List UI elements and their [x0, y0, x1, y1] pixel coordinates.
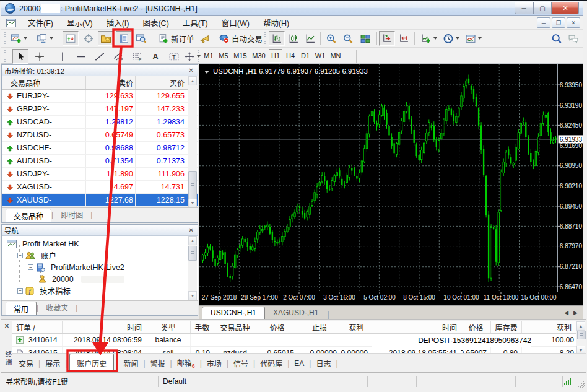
terminal-tab-2[interactable]: 账户历史 [69, 354, 114, 373]
tree-node[interactable]: 20000 [2, 273, 198, 285]
market-watch-row[interactable]: AUDUSD- 0.71354 0.71373 [2, 155, 198, 168]
tree-expander-icon[interactable]: − [17, 288, 23, 294]
indicators-button[interactable] [417, 31, 440, 46]
tab-1[interactable]: 收藏夹 [38, 301, 76, 314]
minimize-button[interactable]: ─ [515, 2, 533, 14]
zoom-out-button[interactable] [340, 31, 356, 46]
tree-expander-icon[interactable]: − [28, 264, 33, 270]
timeframe-mn[interactable]: MN [328, 49, 343, 63]
menu-item-0[interactable]: 文件(F) [21, 15, 60, 30]
market-watch-row[interactable]: XAGUSD- 14.697 14.731 [2, 181, 198, 194]
chart-tab-1[interactable]: XAGUSD-,H1 [265, 307, 326, 319]
terminal-tab-8[interactable]: 代码库 [256, 356, 286, 370]
navigator-button[interactable] [98, 31, 114, 46]
periods-button[interactable] [440, 31, 463, 46]
profiles-button[interactable] [33, 31, 56, 46]
timeframe-h4[interactable]: H4 [284, 49, 297, 63]
strategy-tester-button[interactable] [133, 31, 149, 46]
terminal-tab-0[interactable]: 交易 [15, 356, 37, 370]
scroll-right-icon[interactable]: ▶ [573, 310, 578, 316]
text-button[interactable]: A [147, 49, 163, 64]
chart-window[interactable]: 6.939506.931906.924506.916906.909506.902… [199, 64, 583, 319]
market-watch-row[interactable]: USDJPY- 111.890 111.906 [2, 168, 198, 181]
cursor-button[interactable] [12, 49, 28, 64]
timeframe-d1[interactable]: D1 [298, 49, 312, 63]
menu-item-1[interactable]: 显示(V) [60, 15, 100, 30]
terminal-column-header[interactable]: 手数 [190, 321, 214, 333]
chart-shift-button[interactable] [379, 31, 395, 46]
terminal-column-header[interactable]: 交易品种 [214, 321, 256, 333]
market-watch-row[interactable]: EURJPY- 129.633 129.655 [2, 90, 198, 103]
vline-button[interactable] [54, 49, 71, 64]
chart-line-button[interactable] [302, 31, 318, 46]
close-icon[interactable]: ✕ [189, 67, 195, 74]
terminal-tab-3[interactable]: 新闻 [120, 356, 142, 370]
market-watch-row[interactable]: GBPJPY- 147.197 147.233 [2, 103, 198, 116]
templates-button[interactable] [462, 31, 485, 46]
market-watch-header[interactable]: 市场报价: 01:39:12✕ [2, 65, 198, 76]
tree-node[interactable]: Profit Market HK [2, 238, 198, 250]
child-minimize-button[interactable]: ─ [537, 17, 550, 28]
title-bar[interactable]: 20000: ProfitMarketHK-Live2 - [USDCNH-,H… [1, 1, 583, 16]
new-chart-button[interactable] [7, 31, 30, 46]
channel-button[interactable]: E [110, 49, 126, 64]
terminal-scrollbar[interactable]: ▲ ▼ [576, 321, 586, 355]
terminal-column-header[interactable]: 订单 / [12, 321, 62, 333]
close-icon[interactable]: ✕ [189, 227, 195, 233]
chart-candles-button[interactable] [285, 31, 302, 46]
metaeditor-button[interactable] [197, 31, 213, 46]
price-chart[interactable]: 6.939506.931906.924506.916906.909506.902… [199, 64, 583, 305]
market-watch-scrollbar[interactable]: ▲ ▼ [188, 76, 197, 207]
menu-item-2[interactable]: 插入(I) [100, 15, 136, 30]
timeframe-m15[interactable]: M15 [232, 49, 249, 63]
hline-button[interactable] [73, 49, 89, 64]
scroll-left-icon[interactable]: ◀ [564, 310, 568, 316]
terminal-column-header[interactable]: 获利 [341, 321, 372, 333]
tab-0[interactable]: 常用 [6, 302, 37, 315]
resize-grip[interactable] [577, 380, 585, 388]
crosshair-button[interactable] [32, 49, 48, 64]
new-order-button[interactable]: 新订单 [155, 31, 198, 46]
menu-item-6[interactable]: 帮助(H) [256, 15, 296, 30]
terminal-tab-4[interactable]: 警报 [147, 356, 169, 370]
zoom-in-button[interactable] [323, 31, 339, 46]
auto-scroll-button[interactable] [396, 31, 412, 46]
child-close-button[interactable]: ✕ [567, 17, 580, 28]
shapes-button[interactable] [181, 49, 204, 64]
tab-0[interactable]: 交易品种 [6, 209, 51, 222]
terminal-column-header[interactable]: 止损 [298, 321, 341, 333]
close-button[interactable]: ✕ [552, 2, 579, 14]
timeframe-m5[interactable]: M5 [217, 49, 230, 63]
chart-bars-button[interactable] [269, 31, 285, 46]
menu-item-3[interactable]: 图表(C) [136, 15, 175, 30]
child-restore-button[interactable]: ❐ [552, 17, 565, 28]
market-watch-row[interactable]: NZDUSD- 0.65749 0.65773 [2, 129, 198, 142]
market-watch-row[interactable]: USDCHF- 0.98688 0.98712 [2, 142, 198, 155]
tree-node[interactable]: −账户 [2, 250, 198, 261]
terminal-tab-1[interactable]: 展示 [41, 356, 64, 370]
menu-item-4[interactable]: 工具(T) [176, 15, 215, 30]
chat-button[interactable] [565, 31, 581, 46]
data-window-button[interactable] [80, 31, 97, 46]
chart-tab-0[interactable]: USDCNH-,H1 [202, 307, 265, 319]
market-watch-row[interactable]: USDCAD- 1.29812 1.29834 [2, 116, 198, 129]
terminal-tab-5[interactable]: 邮箱6 [173, 355, 199, 371]
terminal-column-header[interactable]: 时间 [62, 321, 146, 333]
text-label-button[interactable]: T [166, 49, 182, 64]
tab-1[interactable]: 即时图 [53, 208, 90, 221]
tree-expander-icon[interactable]: − [17, 253, 23, 258]
terminal-tab-9[interactable]: EA [290, 357, 308, 370]
timeframe-w1[interactable]: W1 [313, 49, 327, 63]
trendline-button[interactable] [92, 49, 108, 64]
maximize-button[interactable]: ▢ [533, 2, 552, 14]
terminal-row[interactable]: 34106142018.09.14 08:06:59balance100.00D… [12, 334, 576, 347]
market-watch-row[interactable]: XAUUSD- 1227.68 1228.15 [2, 194, 198, 207]
timeframe-m1[interactable]: M1 [202, 49, 215, 63]
terminal-column-header[interactable]: 价格 [256, 321, 298, 333]
tree-node[interactable]: −f技术指标 [2, 285, 198, 297]
terminal-row[interactable]: 34106152018.09.14 08:08:04sell0.10nzdusd… [12, 347, 576, 353]
terminal-column-header[interactable]: 时间 [372, 321, 461, 333]
autotrading-button[interactable]: 自动交易 [215, 31, 266, 46]
market-watch-columns[interactable]: 交易品种 卖价 买价 [2, 76, 198, 90]
search-button[interactable] [549, 31, 565, 46]
